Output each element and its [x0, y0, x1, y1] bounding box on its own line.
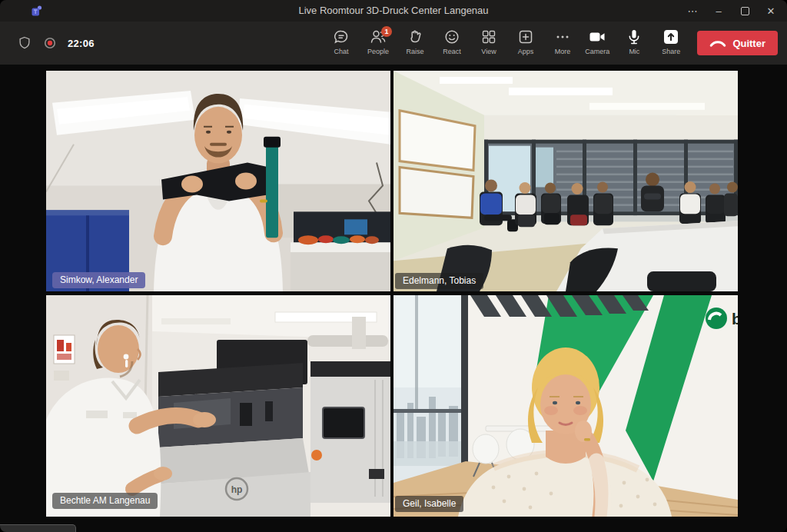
toolbar-center-cluster: Chat People 1 Raise — [323, 25, 581, 55]
raise-label: Raise — [406, 48, 423, 55]
video-tile-edelmann-tobias[interactable]: Edelmann, Tobias — [394, 71, 738, 291]
camera-button[interactable]: Camera — [579, 25, 616, 55]
bechtle-logo-text: be — [732, 310, 738, 328]
people-label: People — [367, 48, 389, 55]
share-screen-icon — [662, 28, 680, 46]
participant-name-label: Bechtle AM Langenau — [52, 493, 158, 509]
window-controls: ⋯ – ✕ — [679, 0, 784, 22]
chat-bubble-icon — [332, 28, 350, 46]
participant-name-label: Geil, Isabelle — [395, 496, 463, 512]
toolbar-right-cluster: Camera Mic Share — [579, 25, 778, 55]
bechtle-video-scene: hp — [46, 295, 390, 517]
apps-plus-icon — [516, 28, 535, 46]
camera-label: Camera — [585, 48, 609, 55]
grid-view-icon — [480, 28, 498, 46]
apps-button[interactable]: Apps — [507, 25, 544, 55]
view-button[interactable]: View — [470, 25, 507, 55]
video-tile-geil-isabelle[interactable]: be — [394, 295, 738, 517]
window-minimize-button[interactable]: – — [706, 0, 732, 22]
apps-label: Apps — [518, 48, 534, 55]
meeting-status-cluster: 22:06 — [17, 22, 95, 65]
leave-button[interactable]: Quitter — [697, 31, 778, 55]
simkow-video-scene — [46, 71, 390, 291]
participant-name-label: Simkow, Alexander — [52, 272, 145, 288]
titlebar: Live Roomtour 3D-Druck Center Langenau ⋯… — [0, 0, 787, 22]
hp-logo-text: hp — [231, 484, 243, 495]
smiley-icon — [443, 28, 461, 46]
leave-label: Quitter — [732, 38, 765, 49]
more-label: More — [555, 48, 571, 55]
background-window-corner — [0, 524, 76, 532]
chat-label: Chat — [334, 48, 348, 55]
teams-meeting-window: Live Roomtour 3D-Druck Center Langenau ⋯… — [0, 0, 787, 532]
chat-button[interactable]: Chat — [323, 25, 360, 55]
microphone-icon — [625, 28, 643, 46]
window-maximize-button[interactable] — [732, 0, 758, 22]
people-badge: 1 — [381, 26, 392, 37]
video-tile-simkow-alexander[interactable]: Simkow, Alexander — [46, 71, 390, 291]
recording-indicator-icon — [42, 35, 58, 51]
people-button[interactable]: People 1 — [360, 25, 397, 55]
maximize-icon — [741, 7, 749, 15]
camera-icon — [588, 28, 606, 46]
geil-video-scene: be — [394, 295, 738, 517]
hangup-icon — [709, 38, 726, 48]
share-button[interactable]: Share — [653, 25, 689, 55]
mic-button[interactable]: Mic — [616, 25, 653, 55]
raised-hand-icon — [406, 28, 424, 46]
share-label: Share — [662, 48, 680, 55]
video-stage: Simkow, Alexander — [0, 65, 787, 532]
view-label: View — [481, 48, 496, 55]
shield-icon[interactable] — [17, 35, 32, 51]
more-button[interactable]: More — [544, 25, 581, 55]
react-button[interactable]: React — [433, 25, 470, 55]
meeting-timer: 22:06 — [68, 38, 95, 49]
react-label: React — [443, 48, 461, 55]
window-more-button[interactable]: ⋯ — [679, 0, 706, 22]
meeting-toolbar: 22:06 Chat People 1 — [0, 22, 787, 65]
window-close-button[interactable]: ✕ — [758, 0, 784, 22]
edelmann-video-scene — [394, 71, 738, 291]
window-title: Live Roomtour 3D-Druck Center Langenau — [0, 0, 787, 22]
raise-hand-button[interactable]: Raise — [397, 25, 433, 55]
ellipsis-icon — [553, 28, 572, 46]
mic-label: Mic — [629, 48, 639, 55]
participant-name-label: Edelmann, Tobias — [395, 273, 483, 289]
video-tile-bechtle-am-langenau[interactable]: hp — [46, 295, 390, 517]
